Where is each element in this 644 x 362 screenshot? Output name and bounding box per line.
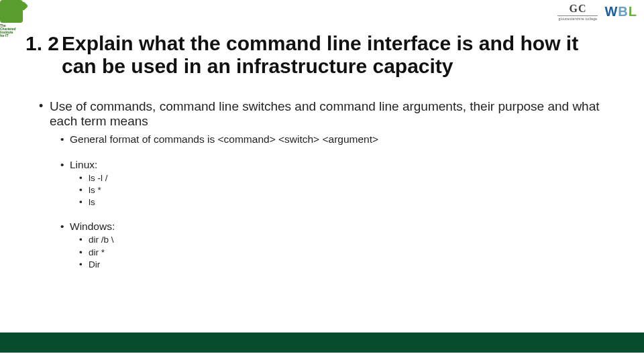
bullet-level-3: • dir /b \ bbox=[79, 234, 604, 246]
gc-logo: GC gloucestershire college bbox=[557, 3, 598, 21]
wbl-letter-b: B bbox=[618, 4, 628, 19]
slide-title: 1. 2 Explain what the command line inter… bbox=[25, 32, 617, 77]
bullet-text: Use of commands, command line switches a… bbox=[50, 99, 604, 129]
gc-logo-initials: GC bbox=[569, 3, 586, 15]
bullet-text: General format of commands is <command> … bbox=[70, 133, 378, 145]
bullet-icon: • bbox=[79, 234, 89, 246]
bullet-text: Windows: bbox=[70, 221, 115, 233]
footer-bar bbox=[0, 333, 644, 353]
right-logos: GC gloucestershire college W B L bbox=[557, 3, 637, 21]
bullet-level-3: • ls * bbox=[79, 184, 604, 196]
bullet-text: ls -l / bbox=[89, 172, 108, 184]
bullet-text: ls bbox=[89, 196, 95, 208]
bullet-icon: • bbox=[79, 184, 89, 196]
bullet-icon: • bbox=[79, 172, 89, 184]
bullet-level-3: • ls -l / bbox=[79, 172, 604, 184]
wbl-letter-w: W bbox=[604, 4, 618, 19]
wbl-letter-l: L bbox=[629, 4, 637, 19]
bullet-level-2-windows: • Windows: bbox=[60, 221, 604, 233]
slide-body: • Use of commands, command line switches… bbox=[39, 99, 604, 283]
title-number: 1. 2 bbox=[25, 32, 62, 77]
bullet-icon: • bbox=[60, 159, 70, 171]
bullet-level-3: • Dir bbox=[79, 259, 604, 271]
bullet-text: Dir bbox=[89, 259, 100, 271]
bcs-logo-square-icon bbox=[0, 0, 23, 23]
slide: The Chartered Institute for IT GC glouce… bbox=[0, 0, 644, 362]
header: The Chartered Institute for IT GC glouce… bbox=[0, 0, 644, 25]
bullet-icon: • bbox=[60, 133, 70, 145]
bullet-text: ls * bbox=[89, 184, 101, 196]
bcs-logo: The Chartered Institute for IT bbox=[0, 0, 34, 27]
bullet-level-2-linux: • Linux: bbox=[60, 159, 604, 171]
wbl-logo: W B L bbox=[604, 4, 637, 19]
bullet-icon: • bbox=[79, 196, 89, 208]
sub-content: • General format of commands is <command… bbox=[60, 133, 604, 271]
title-text: Explain what the command line interface … bbox=[62, 32, 617, 77]
linux-items: • ls -l / • ls * • ls bbox=[79, 172, 604, 209]
bullet-icon: • bbox=[79, 247, 89, 259]
bullet-level-2: • General format of commands is <command… bbox=[60, 133, 604, 145]
bullet-text: dir * bbox=[89, 247, 105, 259]
windows-items: • dir /b \ • dir * • Dir bbox=[79, 234, 604, 271]
bullet-text: Linux: bbox=[70, 159, 97, 171]
gc-logo-subtitle: gloucestershire college bbox=[558, 17, 597, 21]
bullet-icon: • bbox=[39, 99, 50, 129]
bullet-level-1: • Use of commands, command line switches… bbox=[39, 99, 604, 129]
bullet-text: dir /b \ bbox=[89, 234, 114, 246]
bullet-icon: • bbox=[79, 259, 89, 271]
bullet-icon: • bbox=[60, 221, 70, 233]
bullet-level-3: • ls bbox=[79, 196, 604, 208]
gc-logo-divider bbox=[557, 15, 598, 16]
bullet-level-3: • dir * bbox=[79, 247, 604, 259]
